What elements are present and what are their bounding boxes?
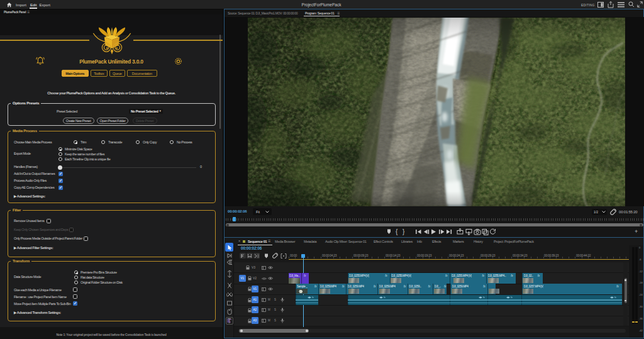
svg-text:}: } <box>402 228 405 235</box>
svg-text:{: { <box>396 228 398 235</box>
